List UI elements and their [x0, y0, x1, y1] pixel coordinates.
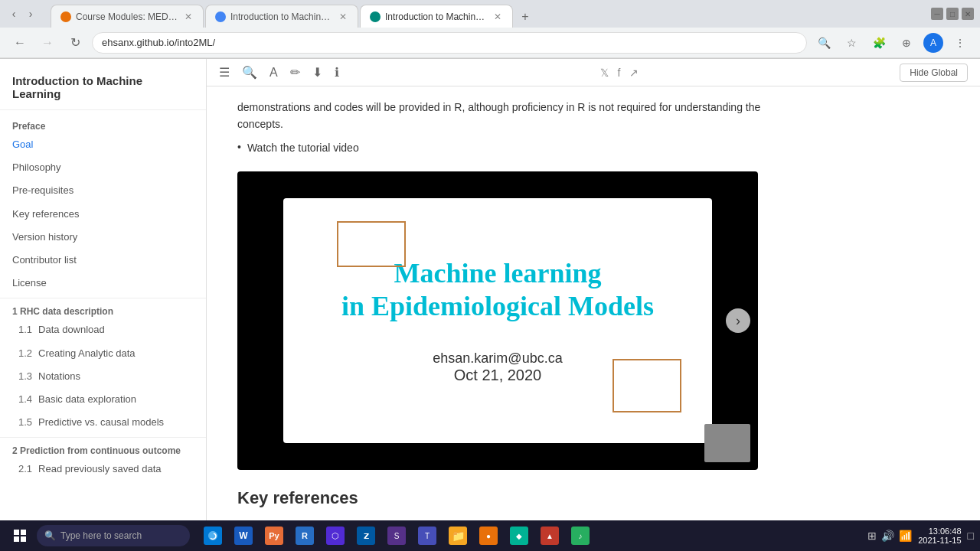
- tab-2[interactable]: Introduction to Machine Learning (will b…: [205, 5, 358, 28]
- taskbar-app-11-icon: ▲: [541, 527, 559, 545]
- taskbar-search-icon: 🔍: [44, 530, 56, 541]
- bookmark-star-icon[interactable]: ☆: [841, 32, 862, 54]
- menu-icon[interactable]: ⋮: [949, 32, 971, 54]
- video-embed[interactable]: Machine learning in Epidemiological Mode…: [237, 171, 758, 470]
- tab-2-close[interactable]: ✕: [338, 11, 348, 22]
- edit-toolbar-icon[interactable]: ✏: [290, 65, 300, 80]
- sidebar-item-philosophy[interactable]: Philosophy: [0, 156, 206, 179]
- profile-icon[interactable]: A: [923, 33, 943, 53]
- facebook-icon[interactable]: f: [618, 67, 621, 79]
- bullet-dot: •: [237, 141, 241, 162]
- taskbar-app-5-icon: ⬡: [326, 527, 345, 545]
- sidebar-item-2-1[interactable]: 2.1 Read previously saved data: [0, 458, 206, 481]
- tab-3-close[interactable]: ✕: [492, 11, 503, 22]
- wifi-icon[interactable]: 📶: [899, 530, 912, 542]
- taskbar-app-7[interactable]: S: [383, 522, 410, 549]
- close-button[interactable]: ✕: [962, 8, 974, 20]
- video-title-text1: Machine learning: [394, 258, 602, 289]
- teams-icon: T: [418, 527, 436, 545]
- url-input[interactable]: ehsanx.github.io/into2ML/: [92, 32, 807, 54]
- url-text: ehsanx.github.io/into2ML/: [102, 37, 215, 48]
- taskbar-search-text: Type here to search: [60, 530, 142, 541]
- video-slide: Machine learning in Epidemiological Mode…: [283, 198, 712, 443]
- intro-text: demonstrations and codes will be provide…: [237, 99, 789, 133]
- sidebar-item-key-references[interactable]: Key references: [0, 203, 206, 226]
- taskbar-app-12-icon: ♪: [571, 527, 590, 545]
- sidebar-item-2-1-label: Read previously saved data: [38, 462, 161, 476]
- taskbar-app-4[interactable]: R: [291, 522, 318, 549]
- minimize-button[interactable]: ─: [931, 8, 943, 20]
- maximize-button[interactable]: □: [946, 8, 959, 20]
- info-toolbar-icon[interactable]: ℹ: [335, 65, 339, 80]
- video-decoration-box2: [612, 359, 681, 412]
- taskbar-app-6[interactable]: 𝗭: [352, 522, 380, 549]
- taskbar-app-10[interactable]: ◆: [505, 522, 533, 549]
- tab-scroll-right[interactable]: ›: [23, 6, 38, 21]
- extensions-icon[interactable]: 🧩: [868, 32, 890, 54]
- start-button[interactable]: [6, 522, 34, 549]
- taskbar-search[interactable]: 🔍 Type here to search: [37, 525, 190, 546]
- new-tab-button[interactable]: +: [514, 6, 536, 28]
- taskbar-right: ⊞ 🔊 📶 13:06:48 2021-11-15 □: [867, 527, 974, 545]
- windows-logo: [14, 530, 26, 542]
- volume-icon[interactable]: 🔊: [881, 530, 894, 542]
- notification-icon[interactable]: □: [968, 530, 974, 542]
- taskbar-app-word[interactable]: W: [230, 522, 257, 549]
- search-toolbar-icon[interactable]: 🔍: [242, 65, 257, 80]
- sidebar-item-version-history[interactable]: Version history: [0, 226, 206, 249]
- forward-button[interactable]: →: [37, 32, 58, 54]
- back-button[interactable]: ←: [9, 32, 31, 54]
- page-container: Introduction to Machine Learning Preface…: [0, 59, 980, 524]
- tab-2-favicon: [215, 11, 226, 22]
- sidebar-item-1-5-num: 1.5: [18, 416, 32, 429]
- download-toolbar-icon[interactable]: ⬇: [312, 65, 322, 80]
- tab-scroll-left[interactable]: ‹: [6, 6, 21, 21]
- sidebar-section-1-label: 1 RHC data description: [12, 306, 113, 317]
- taskbar-app-edge[interactable]: [199, 522, 227, 549]
- reload-button[interactable]: ↻: [64, 32, 86, 54]
- sidebar-item-contributor-list[interactable]: Contributor list: [0, 249, 206, 272]
- sidebar-item-1-3-label: Notations: [38, 370, 80, 383]
- sidebar-item-1-3[interactable]: 1.3 Notations: [0, 365, 206, 388]
- taskbar-app-files[interactable]: 📁: [444, 522, 472, 549]
- bullet-watch-video: • Watch the tutorial video: [237, 139, 789, 162]
- network-icon[interactable]: ⊞: [867, 530, 877, 542]
- taskbar-app-teams[interactable]: T: [413, 522, 441, 549]
- tab-1[interactable]: Course Modules: MEDI 504A 001 2021W1 Eme…: [51, 5, 204, 28]
- hide-global-button[interactable]: Hide Global: [900, 64, 968, 82]
- key-references-heading: Key references: [237, 488, 789, 508]
- sidebar: Introduction to Machine Learning Preface…: [0, 59, 207, 524]
- taskbar-clock[interactable]: 13:06:48 2021-11-15: [918, 527, 961, 545]
- taskbar-app-9[interactable]: ●: [475, 522, 502, 549]
- twitter-icon[interactable]: 𝕏: [600, 67, 609, 79]
- tab-1-favicon: [60, 11, 71, 22]
- window-controls: ─ □ ✕: [931, 8, 974, 20]
- tab-3[interactable]: Introduction to Machine Learning ✕: [360, 5, 513, 28]
- sidebar-item-license[interactable]: License: [0, 272, 206, 295]
- menu-toolbar-icon[interactable]: ☰: [219, 65, 230, 80]
- sidebar-item-1-4-label: Basic data exploration: [38, 393, 136, 406]
- secondary-toolbar: ☰ 🔍 A ✏ ⬇ ℹ 𝕏 f ↗ Hide Global: [207, 59, 980, 86]
- sidebar-item-prerequisites[interactable]: Pre-requisites: [0, 179, 206, 202]
- taskbar-app-12[interactable]: ♪: [567, 522, 594, 549]
- sidebar-item-1-1[interactable]: 1.1 Data download: [0, 318, 206, 341]
- search-icon[interactable]: 🔍: [813, 32, 835, 54]
- taskbar-date-display: 2021-11-15: [918, 536, 961, 545]
- sidebar-section-2: 2 Prediction from continuous outcome: [0, 441, 206, 458]
- taskbar-time-display: 13:06:48: [918, 527, 961, 536]
- taskbar-app-5[interactable]: ⬡: [322, 522, 349, 549]
- taskbar-app-3[interactable]: Py: [260, 522, 288, 549]
- tab-1-close[interactable]: ✕: [183, 11, 194, 22]
- font-toolbar-icon[interactable]: A: [270, 66, 278, 80]
- sidebar-item-1-2[interactable]: 1.2 Creating Analytic data: [0, 342, 206, 365]
- share-icon[interactable]: ↗: [629, 67, 639, 79]
- sidebar-item-1-5[interactable]: 1.5 Predictive vs. causal models: [0, 411, 206, 434]
- sidebar-item-goal[interactable]: Goal: [0, 133, 206, 156]
- video-next-button[interactable]: ›: [726, 308, 750, 333]
- profile-extensions-icon[interactable]: ⊕: [896, 32, 917, 54]
- taskbar-app-11[interactable]: ▲: [536, 522, 564, 549]
- sidebar-item-key-references-label: Key references: [12, 207, 79, 221]
- tabs-container: Course Modules: MEDI 504A 001 2021W1 Eme…: [44, 0, 925, 28]
- sidebar-item-1-4[interactable]: 1.4 Basic data exploration: [0, 388, 206, 411]
- sidebar-section-1: 1 RHC data description: [0, 302, 206, 318]
